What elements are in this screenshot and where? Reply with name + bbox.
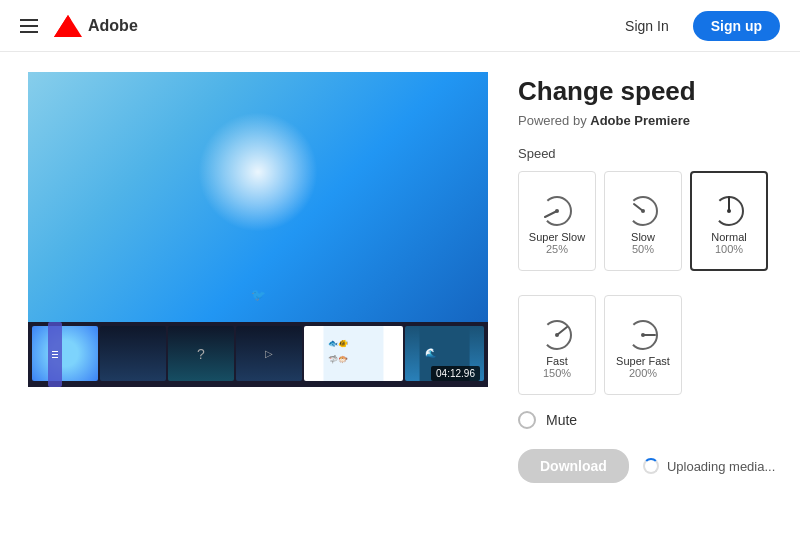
- speedometer-slow-icon: [621, 187, 665, 231]
- filmstrip-thumb-4: ▷: [236, 326, 302, 381]
- speed-card-super-fast[interactable]: Super Fast 200%: [604, 295, 682, 395]
- speed-name-super-fast: Super Fast: [616, 355, 670, 367]
- speed-card-super-slow[interactable]: Super Slow 25%: [518, 171, 596, 271]
- speed-pct-fast: 150%: [543, 367, 571, 379]
- speedometer-super-fast-icon: [621, 311, 665, 355]
- svg-point-9: [555, 209, 559, 213]
- uploading-label: Uploading media...: [667, 459, 775, 474]
- app-header: Adobe Sign In Sign up: [0, 0, 800, 52]
- uploading-status: Uploading media...: [643, 458, 775, 474]
- video-bird-silhouette: 🐦: [251, 288, 266, 302]
- speed-name-fast: Fast: [546, 355, 567, 367]
- speed-card-slow[interactable]: Slow 50%: [604, 171, 682, 271]
- svg-rect-2: [323, 326, 383, 381]
- video-glow: [198, 112, 318, 232]
- svg-point-15: [727, 209, 731, 213]
- mute-radio[interactable]: [518, 411, 536, 429]
- adobe-logo: Adobe: [54, 15, 138, 37]
- filmstrip-thumb-2: [100, 326, 166, 381]
- video-duration-badge: 04:12.96: [431, 366, 480, 381]
- menu-icon[interactable]: [20, 19, 38, 33]
- filmstrip-handle[interactable]: [48, 322, 62, 387]
- speed-pct-super-fast: 200%: [629, 367, 657, 379]
- panel-subtitle: Powered by Adobe Premiere: [518, 113, 776, 128]
- svg-point-18: [555, 333, 559, 337]
- filmstrip-track: ? ▷ 🐟🐠 🦈🐡 🌊: [32, 326, 484, 383]
- svg-line-8: [545, 211, 557, 217]
- speedometer-normal-icon: [707, 187, 751, 231]
- speed-pct-super-slow: 25%: [546, 243, 568, 255]
- speed-card-fast[interactable]: Fast 150%: [518, 295, 596, 395]
- speedometer-fast-icon: [535, 311, 579, 355]
- header-left: Adobe: [20, 15, 138, 37]
- download-button[interactable]: Download: [518, 449, 629, 483]
- video-panel: 🐦 ? ▷: [0, 52, 490, 546]
- speed-grid-row2: Fast 150% Super Fast 200%: [518, 295, 776, 395]
- speed-pct-normal: 100%: [715, 243, 743, 255]
- svg-point-21: [641, 333, 645, 337]
- svg-text:🌊: 🌊: [424, 347, 436, 359]
- speed-card-normal[interactable]: Normal 100%: [690, 171, 768, 271]
- mute-label: Mute: [546, 412, 577, 428]
- filmstrip-thumb-3: ?: [168, 326, 234, 381]
- filmstrip[interactable]: ? ▷ 🐟🐠 🦈🐡 🌊: [28, 322, 488, 387]
- speed-name-normal: Normal: [711, 231, 746, 243]
- filmstrip-thumb-5: 🐟🐠 🦈🐡: [304, 326, 403, 381]
- bottom-bar: Download Uploading media...: [518, 449, 776, 483]
- speedometer-super-slow-icon: [535, 187, 579, 231]
- speed-name-super-slow: Super Slow: [529, 231, 585, 243]
- header-right: Sign In Sign up: [613, 11, 780, 41]
- svg-point-12: [641, 209, 645, 213]
- main-content: 🐦 ? ▷: [0, 52, 800, 546]
- video-preview: 🐦: [28, 72, 488, 322]
- svg-text:🦈🐡: 🦈🐡: [328, 354, 348, 364]
- filmstrip-thumb-1: [32, 326, 98, 381]
- right-panel: Change speed Powered by Adobe Premiere S…: [490, 52, 800, 546]
- speed-pct-slow: 50%: [632, 243, 654, 255]
- sign-in-button[interactable]: Sign In: [613, 12, 681, 40]
- upload-spinner-icon: [643, 458, 659, 474]
- svg-text:🐟🐠: 🐟🐠: [328, 338, 348, 348]
- panel-title: Change speed: [518, 76, 776, 107]
- speed-grid-row1: Super Slow 25% Slow 50%: [518, 171, 776, 279]
- sign-up-button[interactable]: Sign up: [693, 11, 780, 41]
- adobe-wordmark: Adobe: [88, 17, 138, 35]
- speed-label: Speed: [518, 146, 776, 161]
- adobe-logo-icon: [54, 15, 82, 37]
- speed-name-slow: Slow: [631, 231, 655, 243]
- mute-row: Mute: [518, 411, 776, 429]
